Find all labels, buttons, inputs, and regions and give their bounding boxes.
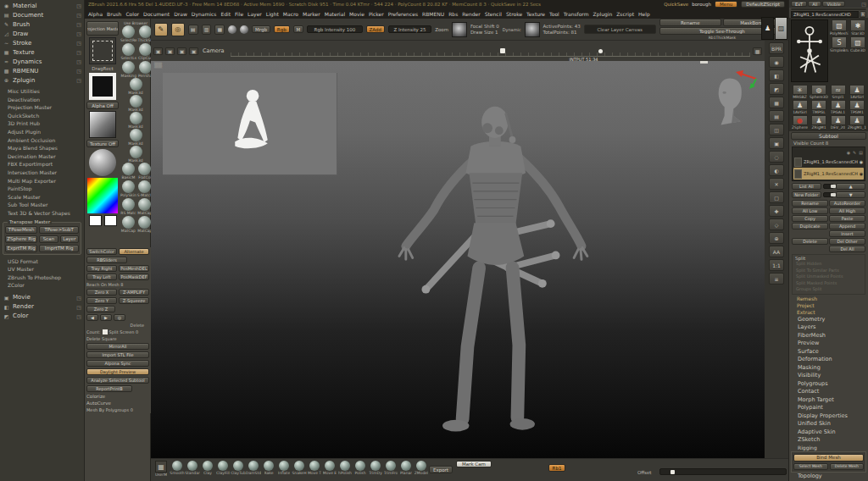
menu-item[interactable]: Light: [266, 11, 279, 17]
active-tool-thumbnail[interactable]: [791, 19, 828, 82]
current-tool-name[interactable]: ZRigM1_1:ResScannedCHD: [791, 11, 859, 18]
mrgb-button[interactable]: Mrgb: [252, 25, 270, 33]
analyze-subtool-button[interactable]: Analyze Selected Subtool: [86, 377, 149, 384]
zplugin-item[interactable]: Text 3D & Vector Shapes: [8, 209, 84, 218]
tool-section-header[interactable]: Polypaint: [789, 404, 868, 412]
tpose-subt-button[interactable]: TPose>SubT: [39, 226, 79, 234]
camera-track-label[interactable]: Camera: [203, 47, 225, 54]
menu-item[interactable]: Draw: [174, 11, 187, 17]
subtool-action-button[interactable]: All Low: [792, 207, 828, 214]
pen-icon[interactable]: ▤: [859, 150, 863, 155]
default-zscript-button[interactable]: DefaultZScript: [741, 1, 785, 8]
rename-button[interactable]: Rename: [659, 19, 721, 26]
menu-item[interactable]: Brush: [107, 11, 121, 17]
subtool-action-button[interactable]: Del Other: [829, 238, 865, 245]
menu-item[interactable]: Zscript: [616, 11, 634, 17]
right-shelf-icon[interactable]: ▣: [769, 137, 784, 149]
brush-slot[interactable]: Inflate: [276, 461, 292, 475]
current-texture-thumbnail[interactable]: [89, 111, 116, 138]
quick-brush-thumbnail[interactable]: Masking: [121, 61, 137, 78]
material-ball-icon[interactable]: [228, 25, 236, 34]
right-shelf-icon[interactable]: AA: [769, 246, 784, 257]
timeline-marker[interactable]: [500, 48, 505, 53]
zplugin-item[interactable]: UV Master: [8, 265, 84, 274]
tool-section-header[interactable]: ZSketch: [789, 436, 868, 445]
report-print-button[interactable]: ReportPrintB: [86, 385, 132, 392]
subtool-list-header[interactable]: ◉ ✎ ▤: [793, 148, 864, 156]
color-picker[interactable]: [87, 178, 118, 213]
menu-item[interactable]: Movie: [349, 11, 364, 17]
tool-section-header[interactable]: Deformation: [789, 356, 868, 364]
quick-brush-thumbnail[interactable]: SelectRe: [120, 25, 137, 42]
palette-row[interactable]: ▣ Movie ◳: [0, 293, 84, 302]
mask-brush-thumbnail[interactable]: Mask3d: [128, 112, 142, 129]
brush-slot[interactable]: ZModel: [414, 461, 429, 475]
rbsliders-button[interactable]: RBSliders: [86, 257, 127, 263]
quick-pick-tool[interactable]: ✳ MRGBZ: [791, 85, 809, 99]
quicksave-label[interactable]: QuickSave: [664, 2, 688, 7]
tray-right-button[interactable]: Tray Right: [86, 265, 117, 272]
palette-row[interactable]: ◉ Material ◳: [0, 1, 84, 10]
brush-slot[interactable]: Move E: [322, 461, 337, 475]
split-screen-label[interactable]: Split Screen 0: [109, 329, 139, 334]
delete-label[interactable]: Delete: [131, 323, 149, 328]
tab-all[interactable]: All: [808, 1, 821, 7]
quick-pick-tool[interactable]: ♟ TPGAL1: [829, 100, 847, 114]
material-thumbnail[interactable]: MatCap: [121, 216, 136, 233]
zero-y-button[interactable]: Zero Y: [86, 297, 117, 304]
tool-section-header[interactable]: Adaptive Skin: [789, 428, 868, 437]
zplugin-item[interactable]: QuickSketch: [8, 112, 84, 120]
dock-icon[interactable]: ◳: [76, 77, 81, 83]
gyro-icon[interactable]: ◎: [171, 23, 185, 36]
canvas-top-handle[interactable]: [700, 61, 708, 64]
subtool-action-button[interactable]: Delete: [792, 238, 828, 245]
new-folder-option[interactable]: ▼: [836, 191, 865, 198]
brush-slot[interactable]: Smooth: [170, 461, 185, 475]
zplugin-item[interactable]: Sub Tool Master: [8, 201, 84, 209]
mark-cam-button[interactable]: Mark Cam: [456, 461, 492, 467]
brush-slot[interactable]: Clay: [200, 461, 215, 475]
dock-icon[interactable]: ◳: [76, 12, 81, 18]
quick-pick-tool[interactable]: ✱ Star3D: [849, 19, 866, 36]
brush-slot[interactable]: Move T: [307, 461, 322, 475]
rigging-section-header[interactable]: Rigging: [789, 445, 868, 451]
document-canvas[interactable]: ▒▒: [151, 61, 765, 458]
menu-item[interactable]: Zplugin: [593, 11, 613, 17]
camera-icon[interactable]: ▣: [153, 47, 163, 55]
brush-slot[interactable]: SnakeH: [292, 461, 307, 475]
palette-row[interactable]: ▦ Texture ◳: [0, 47, 84, 57]
quick-pick-tool[interactable]: ♟ 1AVGirl: [848, 85, 866, 99]
list-all-option[interactable]: ▲: [836, 183, 865, 190]
brush-slot[interactable]: Rake: [261, 461, 276, 475]
zoom-doc-icon[interactable]: ▥: [202, 25, 212, 35]
menu-item[interactable]: Material: [325, 11, 345, 17]
layer-button[interactable]: Layer: [60, 235, 79, 243]
rgb-intensity-slider[interactable]: Rgb Intensity 100: [307, 25, 362, 33]
palette-row[interactable]: ~ Stroke ◳: [0, 38, 84, 47]
zplugin-item[interactable]: 3D Print Hub: [8, 119, 84, 128]
alpona-sync-button[interactable]: Alpona Sync: [86, 360, 149, 367]
menu-item[interactable]: Macro: [283, 11, 298, 17]
zplugin-item[interactable]: FBX ExportImport: [8, 160, 84, 169]
lightbox-tools-button[interactable]: Lightbox▸Tools: [791, 8, 866, 10]
tool-section-header[interactable]: Preview: [789, 340, 868, 348]
dock-icon[interactable]: ◳: [76, 40, 81, 46]
autocurve-label[interactable]: AutoCurve: [86, 401, 149, 406]
right-shelf-icon[interactable]: ◫: [769, 124, 784, 135]
switch-color-button[interactable]: SwitchColor: [86, 248, 117, 255]
export-button[interactable]: Export: [429, 466, 453, 473]
right-shelf-icon[interactable]: ▢: [769, 191, 784, 203]
right-shelf-icon[interactable]: BPR: [769, 42, 784, 54]
menu-item[interactable]: Tool: [549, 11, 559, 17]
dock-icon[interactable]: ◳: [76, 313, 81, 319]
new-folder-toggle[interactable]: [823, 192, 835, 197]
scan-button[interactable]: Scan: [39, 235, 58, 243]
current-material-sphere[interactable]: [89, 149, 116, 176]
brush-slot[interactable]: ClayTub: [231, 461, 246, 475]
canvas-corner-icons[interactable]: ▒▒: [154, 62, 162, 68]
material-thumbnail[interactable]: MatCap: [137, 216, 152, 233]
z-intensity-slider[interactable]: Z Intensity 25: [388, 25, 431, 33]
zplugin-item[interactable]: Multi Map Exporter: [8, 177, 84, 185]
palette-row[interactable]: ▩ RBMENU ◳: [0, 66, 84, 75]
current-tool-thumbnail[interactable]: ♟: [761, 17, 774, 40]
